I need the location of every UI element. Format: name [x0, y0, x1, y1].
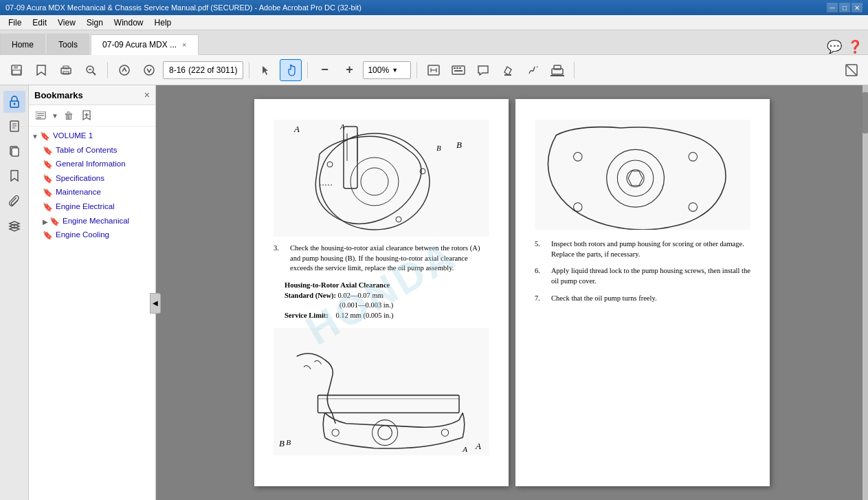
menu-help[interactable]: Help — [149, 17, 177, 29]
step6-text: Apply liquid thread lock to the pump hou… — [551, 266, 750, 286]
dropdown-arrow-bookmarks[interactable]: ▼ — [52, 112, 58, 120]
diagram-top-right — [535, 120, 750, 230]
sidebar-icon-bookmarks2[interactable] — [3, 165, 25, 187]
step7-num: 7. — [535, 294, 548, 304]
bookmark-specs-text: Specifications — [56, 173, 104, 184]
bookmark-engine-cool[interactable]: 🔖 Engine Cooling — [29, 228, 155, 243]
add-bookmark-icon — [81, 110, 92, 121]
redact-button[interactable] — [841, 59, 863, 81]
scroll-thumb[interactable] — [863, 92, 868, 133]
stamp-button[interactable] — [546, 59, 568, 81]
title-bar-text: 07-09 Acura MDX Mechanical & Chassis Ser… — [5, 3, 361, 12]
main-content: Bookmarks × ▼ 🗑 — [0, 85, 868, 500]
nav-next-page-button[interactable] — [138, 59, 160, 81]
bookmark-engine-mech[interactable]: ▶ 🔖 Engine Mechanical — [29, 215, 155, 229]
stamp-icon — [550, 64, 564, 76]
fit-page-button[interactable] — [423, 59, 445, 81]
svg-point-61 — [574, 203, 583, 212]
select-tool-button[interactable] — [255, 59, 277, 81]
zoom-minus-button[interactable]: − — [313, 59, 335, 81]
bookmark-maintenance[interactable]: 🔖 Maintenance — [29, 186, 155, 200]
spec-title: Housing-to-Rotor Axial Clearance — [285, 281, 489, 291]
spec-limit: Service Limit: 0.12 mm (0.005 in.) — [285, 311, 489, 321]
spec-standard-label: Standard (New): — [285, 292, 336, 299]
zoom-control[interactable]: 100% ▼ — [363, 61, 411, 79]
svg-rect-33 — [12, 148, 19, 156]
zoom-plus-button[interactable]: + — [338, 59, 360, 81]
tab-home[interactable]: Home — [0, 34, 45, 54]
nav-prev-page-button[interactable] — [113, 59, 135, 81]
nav-up-icon — [119, 65, 130, 76]
highlight-button[interactable] — [497, 59, 519, 81]
comment-button[interactable] — [472, 59, 494, 81]
sign-button[interactable] — [522, 59, 544, 81]
close-bookmarks-button[interactable]: × — [144, 89, 150, 100]
close-button[interactable]: ✕ — [852, 3, 863, 12]
pdf-area[interactable]: A B — [156, 85, 868, 500]
menu-edit[interactable]: Edit — [27, 17, 52, 29]
tab-tools[interactable]: Tools — [47, 34, 89, 54]
sidebar-icon-layers[interactable] — [3, 215, 25, 237]
svg-point-52 — [372, 420, 398, 445]
bookmark-toc[interactable]: 🔖 Table of Contents — [29, 144, 155, 158]
bookmark-list-view-button[interactable] — [33, 108, 49, 123]
pdf-step-6: 6. Apply liquid thread lock to the pump … — [535, 266, 750, 286]
bookmark-volume1[interactable]: ▼ 🔖 VOLUME 1 — [29, 129, 155, 144]
pages-icon — [9, 145, 20, 157]
hand-tool-button[interactable] — [280, 59, 302, 81]
svg-point-47 — [420, 169, 425, 174]
add-bookmark-button[interactable] — [78, 108, 95, 123]
menu-window[interactable]: Window — [109, 17, 149, 29]
tab-document[interactable]: 07-09 Acura MDX ... × — [91, 34, 198, 55]
maximize-button[interactable]: □ — [839, 3, 850, 12]
bookmark-specs[interactable]: 🔖 Specifications — [29, 172, 155, 186]
toolbar-sep-3 — [307, 62, 308, 78]
tab-bar: Home Tools 07-09 Acura MDX ... × 💬 ❓ — [0, 30, 868, 55]
bookmark-elec-text: Engine Electrical — [56, 202, 115, 212]
menu-file[interactable]: File — [3, 17, 27, 29]
zoom-dropdown-icon[interactable]: ▼ — [392, 67, 398, 74]
sidebar-icon-bookmarks[interactable] — [3, 116, 25, 138]
bookmarks-header: Bookmarks × — [29, 85, 155, 105]
sidebar-icon-pages[interactable] — [3, 140, 25, 162]
panel-collapse-button[interactable]: ◀ — [150, 293, 161, 314]
layers-icon — [8, 219, 21, 232]
step3-num: 3. — [274, 243, 287, 274]
svg-point-62 — [689, 203, 698, 212]
bookmark-mech-text: Engine Mechanical — [63, 216, 129, 226]
keyboard-button[interactable] — [447, 59, 469, 81]
tab-close-button[interactable]: × — [182, 41, 186, 49]
pdf-step-7: 7. Check that the oil pump turns freely. — [535, 294, 750, 304]
menu-sign[interactable]: Sign — [81, 17, 109, 29]
print-button[interactable] — [55, 59, 77, 81]
sign-icon — [526, 64, 539, 76]
bookmark-button[interactable] — [30, 59, 52, 81]
diagram-bottom-left: B A B A — [274, 328, 489, 455]
minimize-button[interactable]: ─ — [827, 3, 838, 12]
save-button[interactable] — [5, 59, 27, 81]
zoom-level: 100% — [368, 65, 389, 75]
bookmark-engine-elec[interactable]: 🔖 Engine Electrical — [29, 200, 155, 215]
svg-point-59 — [574, 153, 583, 162]
zoom-out-tool-button[interactable] — [80, 59, 102, 81]
svg-rect-16 — [454, 67, 456, 69]
expand-volume1[interactable]: ▼ — [32, 132, 38, 141]
expand-engine-mech[interactable]: ▶ — [43, 217, 48, 226]
toolbar-sep-5 — [574, 62, 575, 78]
scroll-indicator[interactable] — [863, 85, 868, 500]
sidebar-icon-attachments[interactable] — [3, 190, 25, 212]
help-icon[interactable]: ❓ — [847, 39, 863, 54]
bookmarks-title: Bookmarks — [34, 90, 83, 100]
nav-down-icon — [144, 65, 155, 76]
tab-home-label: Home — [12, 40, 34, 50]
sidebar-icon-lock[interactable] — [3, 91, 25, 113]
menu-view[interactable]: View — [52, 17, 81, 29]
chat-icon[interactable]: 💬 — [827, 39, 842, 54]
delete-bookmark-button[interactable]: 🗑 — [60, 108, 77, 123]
bookmark-toc-text: Table of Contents — [56, 145, 118, 155]
svg-point-42 — [320, 133, 430, 230]
svg-text:B: B — [286, 437, 291, 446]
spec-standard-imperial: (0.001—0.003 in.) — [285, 301, 489, 311]
svg-text:A: A — [462, 445, 467, 453]
bookmark-general-info[interactable]: 🔖 General Information — [29, 157, 155, 172]
